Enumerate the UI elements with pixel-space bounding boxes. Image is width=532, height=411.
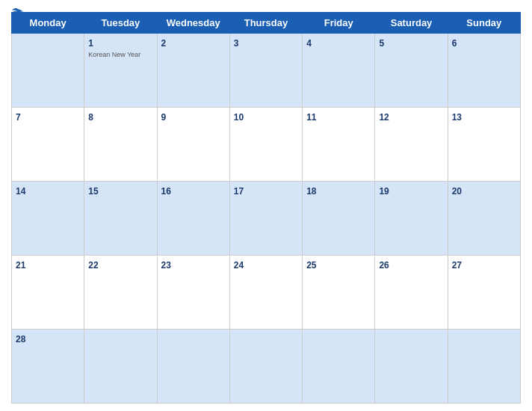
logo-blue [11, 7, 26, 18]
calendar-week-row: 28 [12, 330, 521, 404]
date-number: 9 [161, 112, 167, 123]
calendar-cell: 3 [229, 34, 302, 108]
calendar-cell: 19 [375, 182, 448, 256]
date-number: 24 [234, 260, 244, 271]
calendar-cell: 18 [303, 182, 375, 256]
calendar-cell: 6 [448, 34, 520, 108]
calendar-cell: 4 [303, 34, 375, 108]
calendar-cell: 11 [303, 108, 375, 182]
day-header-sunday: Sunday [448, 13, 520, 34]
calendar-cell: 12 [375, 108, 448, 182]
day-header-wednesday: Wednesday [157, 13, 229, 34]
day-header-saturday: Saturday [375, 13, 448, 34]
date-number: 3 [234, 38, 239, 49]
calendar-cell: 7 [12, 108, 84, 182]
calendar-cell: 23 [157, 256, 229, 330]
calendar-cell: 13 [448, 108, 520, 182]
date-number: 11 [306, 112, 316, 123]
logo [11, 7, 26, 18]
calendar-cell [448, 330, 520, 404]
date-number: 21 [16, 260, 25, 271]
calendar-cell: 26 [375, 256, 448, 330]
date-number: 15 [88, 186, 98, 197]
date-number: 26 [379, 260, 389, 271]
calendar-cell [229, 330, 302, 404]
date-number: 22 [88, 260, 98, 271]
date-number: 12 [379, 112, 389, 123]
calendar-cell: 25 [303, 256, 375, 330]
calendar-cell: 5 [375, 34, 448, 108]
day-header-tuesday: Tuesday [84, 13, 157, 34]
date-number: 8 [88, 112, 93, 123]
calendar-week-row: 21222324252627 [12, 256, 521, 330]
calendar-cell: 9 [157, 108, 229, 182]
date-number: 18 [306, 186, 316, 197]
calendar-cell: 27 [448, 256, 520, 330]
calendar-cell: 20 [448, 182, 520, 256]
date-number: 10 [234, 112, 244, 123]
date-number: 13 [452, 112, 462, 123]
calendar-week-row: 14151617181920 [12, 182, 521, 256]
date-number: 25 [306, 260, 316, 271]
date-number: 4 [306, 38, 312, 49]
date-number: 7 [16, 112, 21, 123]
day-header-friday: Friday [303, 13, 375, 34]
calendar-cell [157, 330, 229, 404]
date-number: 1 [88, 38, 93, 49]
calendar-table: MondayTuesdayWednesdayThursdayFridaySatu… [11, 12, 521, 404]
date-number: 6 [452, 38, 457, 49]
days-header-row: MondayTuesdayWednesdayThursdayFridaySatu… [12, 13, 521, 34]
calendar-week-row: 78910111213 [12, 108, 521, 182]
date-number: 28 [16, 334, 25, 344]
calendar-cell: 16 [157, 182, 229, 256]
date-number: 17 [234, 186, 244, 197]
calendar-cell: 28 [12, 330, 84, 404]
holiday-label: Korean New Year [88, 51, 152, 58]
calendar-cell: 21 [12, 256, 84, 330]
calendar-cell [303, 330, 375, 404]
calendar-cell: 17 [229, 182, 302, 256]
calendar-cell: 24 [229, 256, 302, 330]
calendar-cell: 15 [84, 182, 157, 256]
logo-bird-icon [11, 7, 25, 18]
calendar-cell: 1Korean New Year [84, 34, 157, 108]
date-number: 14 [16, 186, 25, 197]
calendar-cell [12, 34, 84, 108]
calendar-cell: 10 [229, 108, 302, 182]
calendar-week-row: 1Korean New Year23456 [12, 34, 521, 108]
day-header-thursday: Thursday [229, 13, 302, 34]
date-number: 27 [452, 260, 462, 271]
calendar-cell: 22 [84, 256, 157, 330]
calendar-cell [84, 330, 157, 404]
calendar-cell: 2 [157, 34, 229, 108]
calendar-cell: 14 [12, 182, 84, 256]
date-number: 2 [161, 38, 167, 49]
calendar-cell: 8 [84, 108, 157, 182]
date-number: 23 [161, 260, 171, 271]
date-number: 19 [379, 186, 389, 197]
calendar-cell [375, 330, 448, 404]
date-number: 5 [379, 38, 384, 49]
date-number: 16 [161, 186, 171, 197]
date-number: 20 [452, 186, 462, 197]
